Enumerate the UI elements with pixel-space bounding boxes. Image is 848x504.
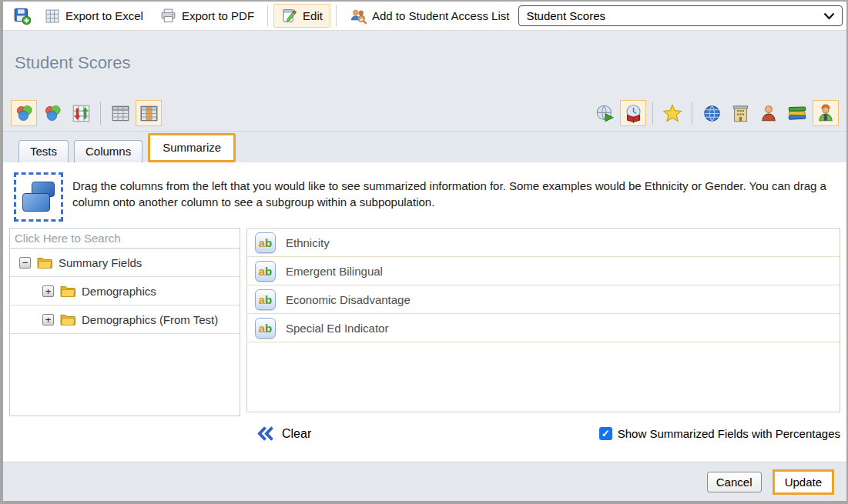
clear-label: Clear xyxy=(282,427,311,441)
student-person-icon[interactable] xyxy=(756,100,782,126)
icon-separator xyxy=(100,102,101,125)
export-excel-label: Export to Excel xyxy=(65,9,143,22)
edit-label: Edit xyxy=(303,9,323,22)
tree-node-label: Summary Fields xyxy=(59,256,142,269)
spheres-summary-alt-icon[interactable] xyxy=(39,100,65,126)
page-header: Student Scores xyxy=(3,31,846,95)
clear-chevrons-icon xyxy=(257,426,275,441)
pivot-columns-icon[interactable] xyxy=(136,100,162,126)
excel-grid-icon xyxy=(45,8,60,24)
summary-field-label: Emergent Bilingual xyxy=(286,265,383,278)
selected-summary-fields-list: ab Ethnicity ab Emergent Bilingual ab Ec… xyxy=(246,228,840,412)
icon-separator xyxy=(692,102,692,125)
show-percentages-option[interactable]: ✓ Show Summarized Fields with Percentage… xyxy=(599,427,840,440)
favorites-star-icon[interactable] xyxy=(659,100,685,126)
tree-node-demographics-from-test[interactable]: + Demographics (From Test) xyxy=(10,305,240,334)
save-button[interactable] xyxy=(9,5,35,28)
summary-fields-panel: Click Here to Search − Summary Fields + xyxy=(9,228,240,416)
spheres-summary-icon[interactable] xyxy=(11,100,37,126)
folder-icon xyxy=(60,285,75,297)
view-dropdown[interactable]: Student Scores xyxy=(518,5,843,26)
tab-columns[interactable]: Columns xyxy=(74,140,142,162)
expand-expander-icon[interactable]: + xyxy=(42,314,54,325)
export-pdf-label: Export to PDF xyxy=(182,9,254,22)
search-input[interactable]: Click Here to Search xyxy=(10,229,240,249)
folder-icon xyxy=(37,256,52,269)
ab-field-icon: ab xyxy=(255,261,276,282)
icon-separator xyxy=(652,102,653,125)
export-excel-button[interactable]: Export to Excel xyxy=(37,5,151,28)
tab-bar: Tests Columns Summarize xyxy=(3,131,846,162)
toolbar-separator xyxy=(336,5,337,26)
dropdown-chevron-icon xyxy=(823,12,835,20)
student-scores-window: Export to Excel Export to PDF xyxy=(0,0,848,504)
summary-field-row[interactable]: ab Emergent Bilingual xyxy=(247,257,840,285)
view-icon-toolbar xyxy=(3,95,846,131)
add-to-student-access-list-button[interactable]: Add to Student Access List xyxy=(342,4,517,28)
dialog-footer: Cancel Update xyxy=(3,462,846,501)
ab-field-icon: ab xyxy=(255,289,276,310)
tab-summarize-label: Summarize xyxy=(163,141,221,154)
resources-books-icon[interactable] xyxy=(784,100,810,126)
summary-field-row[interactable]: ab Economic Disadvantage xyxy=(247,285,840,314)
edit-pencil-icon xyxy=(281,8,297,24)
summary-field-row[interactable]: ab Ethnicity xyxy=(247,229,840,257)
add-access-label: Add to Student Access List xyxy=(372,9,509,22)
toolbar-separator xyxy=(267,5,268,26)
collapse-expander-icon[interactable]: − xyxy=(19,257,31,269)
instructions-text: Drag the columns from the left that you … xyxy=(72,172,839,210)
summary-field-label: Special Ed Indicator xyxy=(286,322,388,335)
ab-field-icon: ab xyxy=(255,232,276,253)
tree-node-label: Demographics (From Test) xyxy=(82,313,218,326)
tree-node-demographics[interactable]: + Demographics xyxy=(10,277,240,305)
update-button[interactable]: Update xyxy=(773,469,834,495)
printer-icon xyxy=(160,8,176,24)
clear-button[interactable]: Clear xyxy=(257,426,311,441)
view-dropdown-value: Student Scores xyxy=(526,9,605,22)
staff-person-icon[interactable] xyxy=(813,100,839,126)
add-access-people-icon xyxy=(350,8,367,25)
edit-button[interactable]: Edit xyxy=(273,4,330,28)
ab-field-icon: ab xyxy=(255,318,276,339)
show-percentages-checkbox[interactable]: ✓ xyxy=(599,427,612,440)
campus-building-icon[interactable] xyxy=(727,100,753,126)
summary-field-row[interactable]: ab Special Ed Indicator xyxy=(247,314,840,342)
tab-columns-label: Columns xyxy=(85,145,131,158)
book-clock-icon[interactable] xyxy=(620,100,646,126)
cancel-button[interactable]: Cancel xyxy=(707,472,762,492)
top-toolbar: Export to Excel Export to PDF xyxy=(3,2,846,31)
summary-field-label: Economic Disadvantage xyxy=(286,293,411,306)
summary-field-label: Ethnicity xyxy=(286,236,330,249)
tab-summarize[interactable]: Summarize xyxy=(148,133,236,162)
export-pdf-button[interactable]: Export to PDF xyxy=(153,4,262,28)
tab-tests[interactable]: Tests xyxy=(18,140,69,162)
summarize-panels: Click Here to Search − Summary Fields + xyxy=(3,222,846,416)
tree-node-summary-fields[interactable]: − Summary Fields xyxy=(10,249,240,277)
list-actions-row: Clear ✓ Show Summarized Fields with Perc… xyxy=(3,426,846,441)
summarize-tab-content: Drag the columns from the left that you … xyxy=(3,162,846,462)
show-percentages-label: Show Summarized Fields with Percentages xyxy=(618,427,840,440)
save-icon xyxy=(13,7,32,25)
drag-instructions: Drag the columns from the left that you … xyxy=(3,162,846,222)
web-globe-icon[interactable] xyxy=(699,100,725,126)
tab-tests-label: Tests xyxy=(30,145,57,158)
page-title: Student Scores xyxy=(15,53,130,73)
globe-play-icon[interactable] xyxy=(592,100,618,126)
folder-icon xyxy=(60,313,75,325)
grid-view-icon[interactable] xyxy=(107,100,133,126)
tree-node-label: Demographics xyxy=(82,285,156,298)
expand-expander-icon[interactable]: + xyxy=(42,285,54,297)
sort-grid-icon[interactable] xyxy=(68,100,94,126)
drag-columns-icon xyxy=(14,172,63,222)
